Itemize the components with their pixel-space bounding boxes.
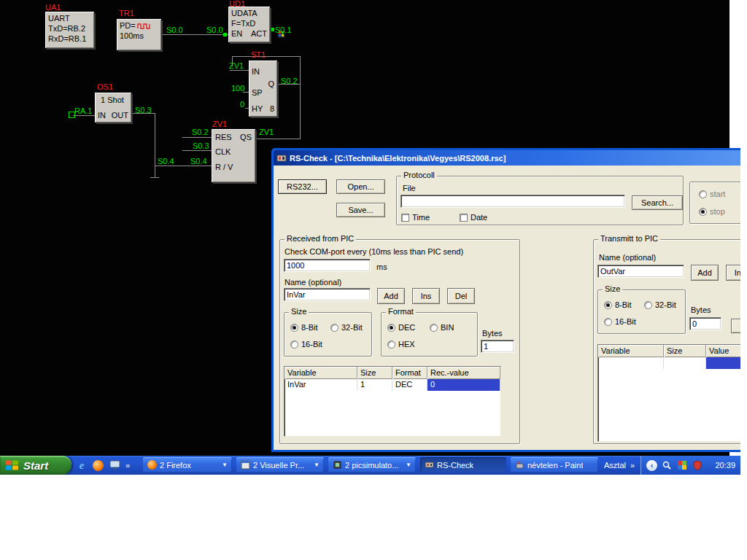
column-header[interactable]: Rec.-value (427, 367, 500, 379)
column-header[interactable]: Size (357, 367, 392, 379)
rs232-button[interactable]: RS232... (278, 179, 327, 194)
block-text: RxD=RB.1 (48, 34, 91, 44)
quicklaunch-overflow-chevron[interactable]: » (125, 461, 130, 470)
column-header[interactable]: Variable (285, 367, 357, 379)
time-checkbox[interactable]: Time (401, 213, 430, 222)
radio-label: DEC (398, 323, 415, 332)
file-input[interactable] (400, 195, 625, 208)
bytes-input[interactable] (481, 340, 514, 353)
picsimulator-icon (333, 460, 342, 470)
radio-label: stop (710, 207, 725, 216)
taskbar-task-visuelle[interactable]: 2 Visuelle Pr... ▼ (236, 457, 324, 472)
save-button[interactable]: Save... (336, 203, 385, 217)
ins-button[interactable]: Ins (412, 288, 440, 304)
fbd-block-uart[interactable]: UART TxD=RB.2 RxD=RB.1 (45, 12, 94, 48)
radio-label: 32-Bit (655, 300, 676, 309)
security-shield-tray-icon[interactable] (692, 459, 703, 471)
radio-label: BIN (441, 323, 454, 332)
radio-16bit[interactable]: 16-Bit (604, 317, 636, 326)
rscheck-icon (425, 460, 434, 470)
start-label: Start (23, 459, 48, 472)
search-button[interactable]: Search... (632, 195, 683, 210)
column-header[interactable]: Format (392, 367, 427, 379)
display-settings-tray-icon[interactable] (676, 459, 688, 471)
wire (232, 56, 301, 57)
block-name: ZV1 (212, 120, 227, 128)
radio-bin[interactable]: BIN (430, 323, 454, 332)
cell-variable (598, 357, 664, 369)
paint-icon (515, 460, 525, 470)
pin-label: CLK (215, 147, 231, 157)
radio-dec[interactable]: DEC (387, 323, 415, 332)
ie-icon[interactable]: e (76, 459, 88, 471)
fbd-block-udata[interactable]: UDATA F=TxD EN ACT (228, 7, 270, 42)
desktop-monitor-icon[interactable] (109, 459, 120, 471)
taskbar-task-firefox[interactable]: 2 Firefox ▼ (143, 457, 232, 472)
clipped-button[interactable] (731, 319, 740, 333)
wire (182, 137, 212, 138)
title-bar[interactable]: RS-Check - [C:\Technika\Elektronika\Vegy… (274, 150, 740, 166)
fbd-block-comparator[interactable]: IN SP HY Q 8 (249, 61, 277, 117)
wire (300, 56, 301, 139)
app-icon (276, 153, 287, 163)
ins-button[interactable]: Ins (726, 265, 740, 281)
name-input[interactable] (284, 288, 371, 301)
column-header[interactable]: Variable (598, 345, 664, 357)
signal-label: 100 (231, 85, 244, 93)
stop-radio[interactable]: stop (699, 207, 725, 216)
taskbar-task-rscheck[interactable]: RS-Check (420, 457, 506, 472)
radio-dot (387, 324, 395, 332)
signal-label: ZV1 (259, 128, 274, 136)
radio-dot (699, 208, 707, 216)
pin-label: ACT (251, 28, 267, 39)
fbd-block-oneshot[interactable]: 1 Shot IN OUT (95, 93, 131, 122)
block-text: 1 Shot (101, 95, 124, 105)
file-label: File (403, 184, 416, 192)
start-radio[interactable]: start (699, 190, 725, 198)
fbd-block-timer[interactable]: PD= 100ms (117, 19, 161, 50)
group-legend: Transmitt to PIC (598, 234, 660, 244)
column-header[interactable]: Value (706, 345, 740, 357)
system-tray: ‹ 20:39 (640, 456, 740, 475)
radio-label: 32-Bit (341, 323, 363, 332)
start-button[interactable]: Start (0, 456, 71, 475)
add-button[interactable]: Add (377, 288, 405, 304)
firefox-icon[interactable] (93, 460, 104, 471)
open-button[interactable]: Open... (336, 179, 385, 194)
del-button[interactable]: Del (447, 288, 475, 304)
radio-16bit[interactable]: 16-Bit (290, 340, 322, 349)
interval-input[interactable] (284, 259, 371, 272)
interval-label: Check COM-port every (10ms less than PIC… (285, 247, 463, 256)
pin-label: R / V (215, 162, 233, 172)
task-label: 2 Firefox (160, 461, 191, 470)
radio-hex[interactable]: HEX (387, 340, 415, 349)
radio-8bit[interactable]: 8-Bit (604, 300, 632, 309)
signal-label: 0 (240, 101, 244, 109)
date-checkbox[interactable]: Date (460, 213, 487, 222)
bytes-input[interactable] (689, 317, 721, 330)
radio-32bit[interactable]: 32-Bit (644, 300, 676, 309)
add-button[interactable]: Add (691, 265, 719, 281)
radio-8bit[interactable]: 8-Bit (290, 323, 318, 332)
radio-dot (387, 341, 395, 349)
name-input[interactable] (597, 265, 684, 278)
signal-label: S0.2 (192, 128, 209, 136)
wire (155, 113, 155, 177)
fbd-block-counter[interactable]: RES QS CLK R / V (212, 129, 255, 182)
taskbar-task-picsimulator[interactable]: 2 picsimulato... ▼ (328, 457, 416, 472)
radio-dot (290, 324, 298, 332)
taskbar-task-paint[interactable]: névtelen - Paint (511, 457, 598, 472)
desktop-toolbar[interactable]: Asztal » (604, 461, 635, 470)
task-label: RS-Check (437, 461, 473, 470)
magnifier-tray-icon[interactable] (661, 459, 673, 471)
table-row[interactable] (598, 357, 740, 369)
block-name: UA1 (45, 4, 61, 12)
hide-icons-chevron[interactable]: ‹ (646, 460, 657, 471)
quick-launch: e » (72, 456, 133, 475)
window-title: RS-Check - [C:\Technika\Elektronika\Vegy… (290, 154, 506, 163)
column-header[interactable]: Size (664, 345, 706, 357)
transmit-table: Variable Size Value (597, 344, 740, 442)
radio-32bit[interactable]: 32-Bit (330, 323, 363, 332)
table-row[interactable]: InVar 1 DEC 0 (285, 379, 500, 391)
taskbar-clock[interactable]: 20:39 (715, 461, 735, 470)
